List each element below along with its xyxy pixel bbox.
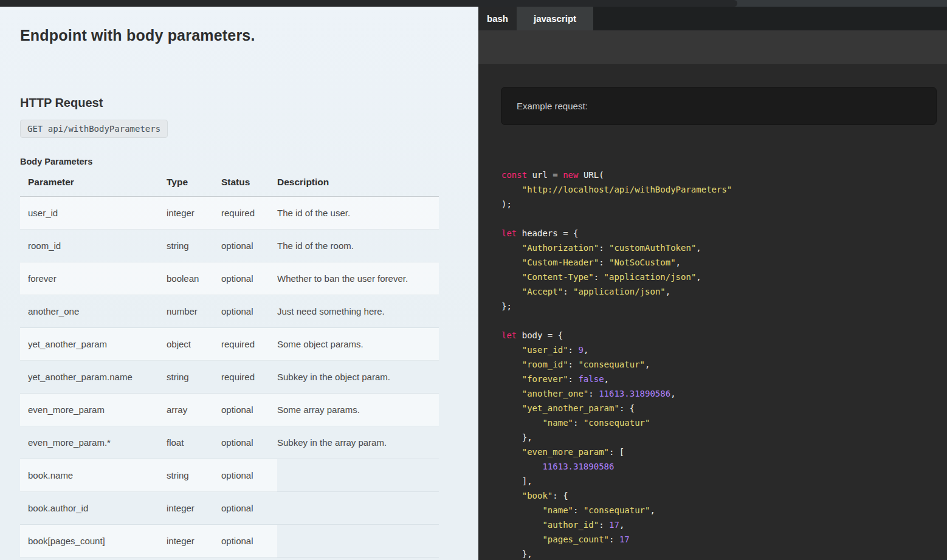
param-description: The id of the room.	[277, 230, 439, 262]
param-status: required	[221, 197, 277, 230]
table-row: yet_another_paramobjectrequiredSome obje…	[20, 328, 439, 361]
example-request-header: Example request:	[501, 87, 937, 125]
code-line: "Authorization": "customAuthToken",	[501, 241, 947, 255]
code-line	[501, 313, 947, 328]
param-description: Subkey in the object param.	[277, 361, 439, 394]
code-line: "another_one": 11613.31890586,	[501, 386, 947, 401]
param-name: user_id	[20, 197, 167, 230]
param-type: integer	[167, 197, 221, 230]
param-type: number	[167, 295, 221, 328]
body-parameters-label: Body Parameters	[20, 157, 460, 166]
table-row: even_more_paramarrayoptionalSome array p…	[20, 394, 439, 426]
code-line: "forever": false,	[501, 372, 947, 386]
param-status: optional	[221, 492, 277, 525]
param-name: book[pages_count]	[20, 525, 167, 558]
param-type: array	[167, 394, 221, 426]
table-row: book[pages_count]integeroptional	[20, 525, 439, 558]
param-status: required	[221, 361, 277, 394]
code-line: };	[501, 299, 947, 313]
column-header-parameter: Parameter	[20, 172, 167, 197]
tab-javascript[interactable]: javascript	[517, 7, 593, 30]
param-type: string	[167, 459, 221, 492]
code-line: "http://localhost/api/withBodyParameters…	[501, 182, 947, 197]
param-name: book.name	[20, 459, 167, 492]
param-status: optional	[221, 262, 277, 295]
code-line: 11613.31890586	[501, 459, 947, 474]
table-row: user_idintegerrequiredThe id of the user…	[20, 197, 439, 230]
param-name: even_more_param.*	[20, 426, 167, 459]
code-line: "pages_count": 17	[501, 532, 947, 547]
page-title: Endpoint with body parameters.	[20, 26, 460, 44]
code-language-tabs: bashjavascript	[478, 7, 947, 30]
param-name: another_one	[20, 295, 167, 328]
code-line: "Content-Type": "application/json",	[501, 270, 947, 284]
tabbar-lower-band	[478, 30, 947, 64]
param-type: boolean	[167, 262, 221, 295]
param-name: yet_another_param.name	[20, 361, 167, 394]
example-request-code: const url = new URL( "http://localhost/a…	[501, 168, 947, 560]
table-row: even_more_param.*floatoptionalSubkey in …	[20, 426, 439, 459]
code-examples-panel: bashjavascript Example request: const ur…	[478, 7, 947, 560]
docs-content-panel: Endpoint with body parameters. HTTP Requ…	[0, 7, 478, 560]
table-header-row: Parameter Type Status Description	[20, 172, 439, 197]
code-line: "yet_another_param": {	[501, 401, 947, 415]
param-name: forever	[20, 262, 167, 295]
table-row: book.namestringoptional	[20, 459, 439, 492]
code-line: "even_more_param": [	[501, 445, 947, 459]
param-description	[277, 492, 439, 525]
param-description: Some array params.	[277, 394, 439, 426]
code-line: },	[501, 547, 947, 560]
param-type: string	[167, 230, 221, 262]
table-row: book.author_idintegeroptional	[20, 492, 439, 525]
param-description: Some object params.	[277, 328, 439, 361]
table-row: room_idstringoptionalThe id of the room.	[20, 230, 439, 262]
code-line: let headers = {	[501, 226, 947, 241]
code-line: ],	[501, 474, 947, 488]
param-status: required	[221, 328, 277, 361]
body-parameters-table-body: user_idintegerrequiredThe id of the user…	[20, 197, 439, 558]
code-line: "author_id": 17,	[501, 517, 947, 532]
code-line: "room_id": "consequatur",	[501, 357, 947, 372]
param-type: integer	[167, 525, 221, 558]
top-scrollbar-track[interactable]	[0, 0, 947, 7]
param-status: optional	[221, 459, 277, 492]
column-header-description: Description	[277, 172, 439, 197]
param-description: Just need something here.	[277, 295, 439, 328]
table-row: another_onenumberoptionalJust need somet…	[20, 295, 439, 328]
param-status: optional	[221, 426, 277, 459]
tab-bash[interactable]: bash	[478, 7, 517, 30]
code-line: );	[501, 197, 947, 211]
param-type: string	[167, 361, 221, 394]
param-description: Whether to ban the user forever.	[277, 262, 439, 295]
http-request-heading: HTTP Request	[20, 95, 460, 110]
body-parameters-table: Parameter Type Status Description user_i…	[20, 172, 439, 558]
code-line	[501, 211, 947, 226]
param-description: Subkey in the array param.	[277, 426, 439, 459]
code-line: "book": {	[501, 488, 947, 503]
top-scrollbar-thumb[interactable]	[0, 0, 737, 7]
param-description	[277, 525, 439, 558]
param-name: book.author_id	[20, 492, 167, 525]
code-line: "name": "consequatur",	[501, 503, 947, 517]
table-row: yet_another_param.namestringrequiredSubk…	[20, 361, 439, 394]
param-status: optional	[221, 525, 277, 558]
column-header-status: Status	[221, 172, 277, 197]
example-request-label: Example request:	[517, 101, 588, 111]
table-row: foreverbooleanoptionalWhether to ban the…	[20, 262, 439, 295]
code-line: },	[501, 430, 947, 445]
code-line: "user_id": 9,	[501, 343, 947, 357]
param-name: room_id	[20, 230, 167, 262]
param-name: even_more_param	[20, 394, 167, 426]
param-name: yet_another_param	[20, 328, 167, 361]
param-type: integer	[167, 492, 221, 525]
param-description	[277, 459, 439, 492]
param-status: optional	[221, 295, 277, 328]
code-line: let body = {	[501, 328, 947, 343]
endpoint-method-path: GET api/withBodyParameters	[20, 120, 168, 138]
param-type: object	[167, 328, 221, 361]
code-line: "Custom-Header": "NotSoCustom",	[501, 255, 947, 270]
code-line: const url = new URL(	[501, 168, 947, 182]
param-status: optional	[221, 394, 277, 426]
param-status: optional	[221, 230, 277, 262]
code-line: "name": "consequatur"	[501, 415, 947, 430]
